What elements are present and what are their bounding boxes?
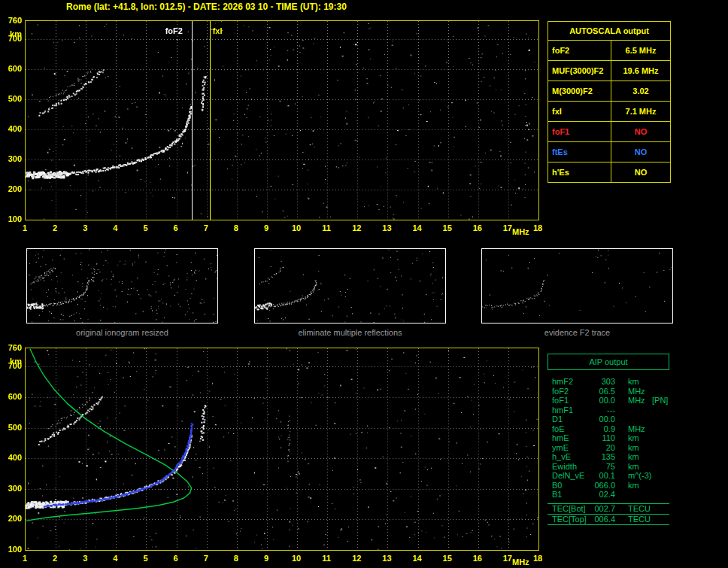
aip-row-unit: MHz bbox=[615, 387, 649, 396]
autoscala-row-label: fxI bbox=[548, 102, 611, 121]
top-plot-ytick-label: 760 bbox=[1, 16, 22, 25]
aip-row-unit bbox=[615, 415, 649, 424]
aip-row-foE: foE0.9MHz bbox=[548, 424, 669, 434]
bottom-plot-xtick-label: 3 bbox=[76, 554, 94, 563]
aip-row-label: DelN_vE bbox=[548, 471, 594, 481]
bottom-plot-xtick-label: 15 bbox=[438, 554, 457, 563]
top-plot-x-axis-unit: MHz bbox=[512, 227, 536, 236]
bottom-plot-ytick-label: 500 bbox=[1, 423, 22, 432]
aip-row-label: TEC[Bot] bbox=[548, 504, 594, 514]
aip-row-note bbox=[649, 415, 652, 424]
bottom-plot-xtick-label: 10 bbox=[287, 554, 305, 563]
aip-row-label: B0 bbox=[548, 481, 594, 491]
top-plot-ytick-label: 400 bbox=[1, 124, 22, 133]
autoscala-row-MUF3000F2: MUF(3000)F219.6 MHz bbox=[548, 61, 670, 81]
bottom-plot-xtick-label: 6 bbox=[167, 554, 185, 563]
bottom-plot-xtick-label: 11 bbox=[317, 554, 335, 563]
thumbnail-original-ionogram bbox=[26, 248, 218, 323]
fxI-marker-label: fxI bbox=[213, 26, 223, 35]
top-plot-xtick-label: 12 bbox=[347, 223, 366, 232]
autoscala-row-label: foF2 bbox=[548, 41, 611, 60]
aip-row-TECBot: TEC[Bot]002.7TECU bbox=[548, 504, 669, 515]
aip-row-unit: km bbox=[615, 462, 649, 472]
aip-row-note bbox=[649, 504, 652, 514]
aip-row-D1: D100.0 bbox=[548, 415, 669, 424]
top-plot-xtick-label: 5 bbox=[136, 223, 154, 232]
aip-row-value: 20 bbox=[594, 443, 615, 453]
bottom-plot-xtick-label: 12 bbox=[347, 554, 366, 563]
aip-row-unit: km bbox=[615, 433, 649, 443]
top-plot-xtick-label: 2 bbox=[46, 223, 64, 232]
top-plot-xtick-label: 1 bbox=[16, 223, 34, 232]
aip-row-value: 00.0 bbox=[594, 396, 615, 405]
aip-row-Ewidth: Ewidth75km bbox=[548, 462, 669, 472]
bottom-plot-xtick-label: 4 bbox=[106, 554, 124, 563]
aip-row-unit: m^(-3) bbox=[615, 471, 649, 481]
bottom-plot-xtick-label: 13 bbox=[378, 554, 396, 563]
top-plot-ytick-label: 500 bbox=[1, 94, 22, 103]
top-plot-xtick-label: 9 bbox=[257, 223, 275, 232]
aip-row-note bbox=[649, 433, 652, 443]
aip-row-label: hmF1 bbox=[548, 405, 594, 415]
bottom-plot-xtick-label: 9 bbox=[257, 554, 275, 563]
aip-row-note bbox=[649, 515, 652, 524]
aip-row-note bbox=[649, 462, 652, 472]
top-plot-xtick-label: 8 bbox=[227, 223, 245, 232]
bottom-plot-xtick-label: 8 bbox=[227, 554, 245, 563]
autoscala-row-M3000F2: M(3000)F23.02 bbox=[548, 81, 670, 102]
top-plot-xtick-label: 6 bbox=[167, 223, 185, 232]
top-plot-ytick-label: 100 bbox=[1, 214, 22, 223]
aip-output-table: AIP output hmF2303kmfoF206.5MHzfoF100.0M… bbox=[548, 354, 669, 525]
aip-tec-rows: TEC[Bot]002.7TECUTEC[Top]006.4TECU bbox=[548, 503, 669, 525]
aip-row-note bbox=[649, 405, 652, 415]
bottom-plot-ytick-label: 300 bbox=[1, 484, 22, 493]
autoscala-row-label: ftEs bbox=[548, 142, 611, 162]
aip-row-B0: B0066.0km bbox=[548, 481, 669, 491]
aip-row-label: Ewidth bbox=[548, 462, 594, 472]
top-plot-y-axis-unit: km bbox=[1, 29, 22, 38]
aip-row-value: 0.9 bbox=[594, 424, 615, 434]
autoscala-row-label: M(3000)F2 bbox=[548, 81, 611, 101]
autoscala-row-value: 6.5 MHz bbox=[611, 41, 670, 60]
autoscala-row-label: MUF(3000)F2 bbox=[548, 61, 611, 80]
autoscala-row-value: 7.1 MHz bbox=[611, 102, 670, 121]
top-plot-ytick-label: 600 bbox=[1, 64, 22, 73]
aip-row-hmE: hmE110km bbox=[548, 433, 669, 443]
aip-row-value: 110 bbox=[594, 433, 615, 443]
top-plot-ytick-label: 300 bbox=[1, 154, 22, 163]
foF2-marker-label: foF2 bbox=[165, 26, 183, 35]
aip-row-value: 00.1 bbox=[594, 471, 615, 481]
aip-row-unit: TECU bbox=[615, 504, 649, 514]
bottom-plot-ytick-label: 100 bbox=[1, 545, 22, 554]
aip-row-note bbox=[649, 452, 652, 462]
top-plot-xtick-label: 14 bbox=[408, 223, 426, 232]
aip-row-note bbox=[649, 387, 652, 396]
bottom-plot-xtick-label: 1 bbox=[16, 554, 34, 563]
aip-row-note bbox=[649, 443, 652, 453]
thumbnail-canvas-reflections bbox=[255, 249, 445, 323]
top-plot-xtick-label: 16 bbox=[469, 223, 487, 232]
bottom-plot-ytick-label: 760 bbox=[1, 343, 22, 352]
aip-row-label: foE bbox=[548, 424, 594, 434]
aip-row-value: 06.5 bbox=[594, 387, 615, 396]
thumbnail-caption-original: original ionogram resized bbox=[26, 328, 218, 337]
autoscala-window: Rome (lat: +41.8, lon: 012.5) - DATE: 20… bbox=[0, 0, 728, 568]
ionogram-canvas-bottom bbox=[26, 348, 538, 550]
aip-row-value: 002.7 bbox=[594, 504, 615, 514]
aip-row-value: 303 bbox=[594, 377, 615, 387]
aip-row-unit bbox=[615, 490, 649, 500]
aip-row-unit bbox=[615, 405, 649, 415]
autoscala-table-rows: foF26.5 MHzMUF(3000)F219.6 MHzM(3000)F23… bbox=[548, 41, 670, 182]
aip-row-hvE: h_vE135km bbox=[548, 452, 669, 462]
aip-row-note bbox=[649, 471, 652, 481]
bottom-plot-xtick-label: 7 bbox=[197, 554, 215, 563]
autoscala-row-value: 3.02 bbox=[611, 81, 670, 101]
bottom-plot-xtick-label: 16 bbox=[469, 554, 487, 563]
aip-row-note bbox=[649, 377, 652, 387]
autoscala-row-value: 19.6 MHz bbox=[611, 61, 670, 80]
top-plot-xtick-label: 7 bbox=[197, 223, 215, 232]
bottom-plot-ytick-label: 400 bbox=[1, 453, 22, 462]
autoscala-row-label: foF1 bbox=[548, 122, 611, 141]
aip-row-ymE: ymE20km bbox=[548, 443, 669, 453]
aip-row-label: h_vE bbox=[548, 452, 594, 462]
